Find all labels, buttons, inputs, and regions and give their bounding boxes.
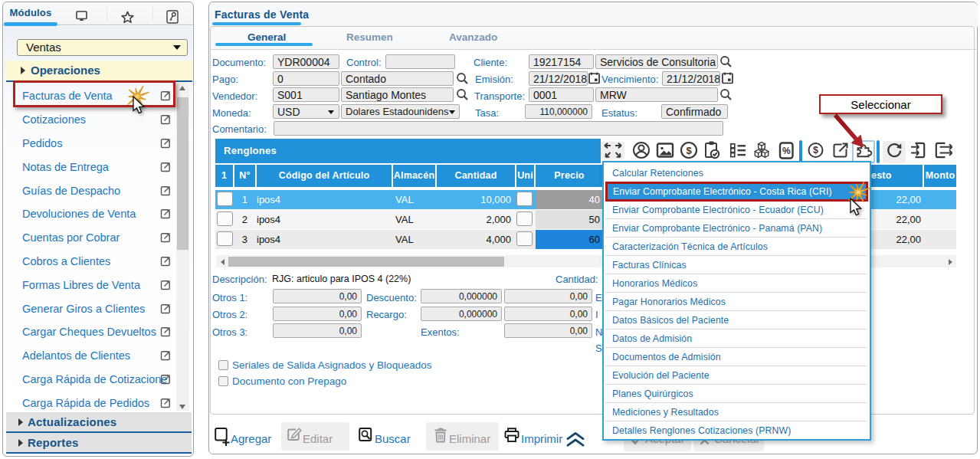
svg-text:$: $ [686,145,692,156]
svg-text:$: $ [813,145,818,156]
svg-text:%: % [782,146,791,156]
